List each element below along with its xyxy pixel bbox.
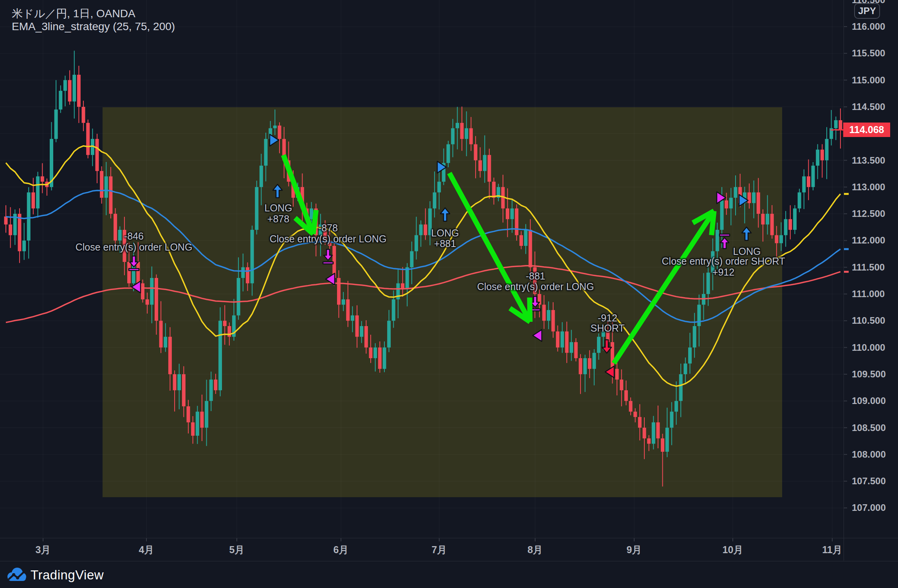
trade-annotation-label: Close entry(s) order SHORT	[662, 256, 785, 267]
trade-annotation-label: LONG	[265, 202, 292, 214]
exit-down-marker-icon	[129, 269, 139, 271]
price-axis-label: 112.500	[852, 208, 885, 219]
trade-annotation-label: Close entry(s) order LONG	[477, 281, 594, 292]
trade-annotation-label: Close entry(s) order LONG	[270, 233, 387, 245]
price-axis-label: 115.500	[852, 48, 885, 59]
trade-annotation-label: -881	[526, 271, 545, 282]
price-axis-label: 116.000	[852, 21, 885, 32]
trade-annotation-label: +878	[267, 213, 289, 225]
time-axis-label: 8月	[528, 543, 543, 556]
time-axis-label: 10月	[723, 543, 743, 556]
exit-up-marker-icon	[719, 234, 730, 236]
price-axis-label: 114.500	[852, 101, 885, 112]
exit-down-marker-icon	[323, 262, 333, 264]
price-axis-label: 111.500	[852, 262, 885, 273]
trade-annotation-label: -878	[318, 222, 338, 234]
price-axis-label: 109.500	[852, 369, 886, 380]
trade-annotation-label: SHORT	[590, 323, 624, 334]
symbol-title[interactable]: 米ドル／円, 1日, OANDA	[12, 6, 135, 21]
time-axis-label: 6月	[334, 543, 349, 556]
tradingview-logo[interactable]: TradingView	[5, 567, 104, 583]
trade-annotation-label: +912	[712, 267, 734, 278]
price-axis-label: 112.000	[852, 235, 885, 246]
chart-surface[interactable]	[0, 0, 898, 588]
currency-badge[interactable]: JPY	[854, 3, 880, 19]
trade-annotation-label: -912	[598, 312, 617, 324]
price-axis-label: 115.000	[852, 75, 885, 86]
tradingview-logo-text: TradingView	[31, 568, 104, 583]
time-axis-label: 4月	[139, 543, 154, 556]
last-price-tick	[834, 129, 843, 130]
time-axis[interactable]: 3月4月5月6月7月8月9月10月11月	[0, 538, 898, 561]
price-axis-label: 109.000	[852, 395, 886, 406]
trade-annotation-label: LONG	[431, 227, 459, 239]
price-axis-label: 107.500	[852, 476, 886, 487]
price-axis-label: 108.000	[852, 449, 886, 460]
price-axis-label: 111.000	[852, 289, 885, 299]
trade-annotation-label: -846	[124, 231, 144, 242]
indicator-title[interactable]: EMA_3line_strategy (25, 75, 200)	[12, 20, 175, 33]
last-price-label: 114.068	[843, 123, 890, 137]
time-axis-label: 5月	[229, 543, 245, 556]
price-axis[interactable]: 116.500116.000115.500115.000114.500114.0…	[844, 0, 898, 561]
time-axis-label: 11月	[822, 543, 842, 556]
time-axis-label: 9月	[627, 543, 642, 556]
tradingview-chart-page: { "header": { "title_line1": "米ドル／円, 1日,…	[0, 0, 898, 588]
price-axis-label: 108.500	[852, 422, 886, 433]
trade-annotation-label: +881	[434, 238, 456, 249]
price-axis-label: 107.000	[852, 502, 886, 513]
price-axis-label: 113.500	[852, 155, 885, 166]
trade-annotation-label: LONG	[733, 246, 761, 257]
price-axis-label: 110.000	[852, 342, 885, 353]
trade-annotation-label: Close entry(s) order LONG	[76, 242, 193, 253]
price-axis-label: 110.500	[852, 315, 885, 326]
time-axis-label: 7月	[432, 543, 447, 556]
price-axis-label: 113.000	[852, 182, 885, 193]
tradingview-cloud-icon	[5, 567, 27, 583]
time-axis-label: 3月	[36, 543, 51, 556]
